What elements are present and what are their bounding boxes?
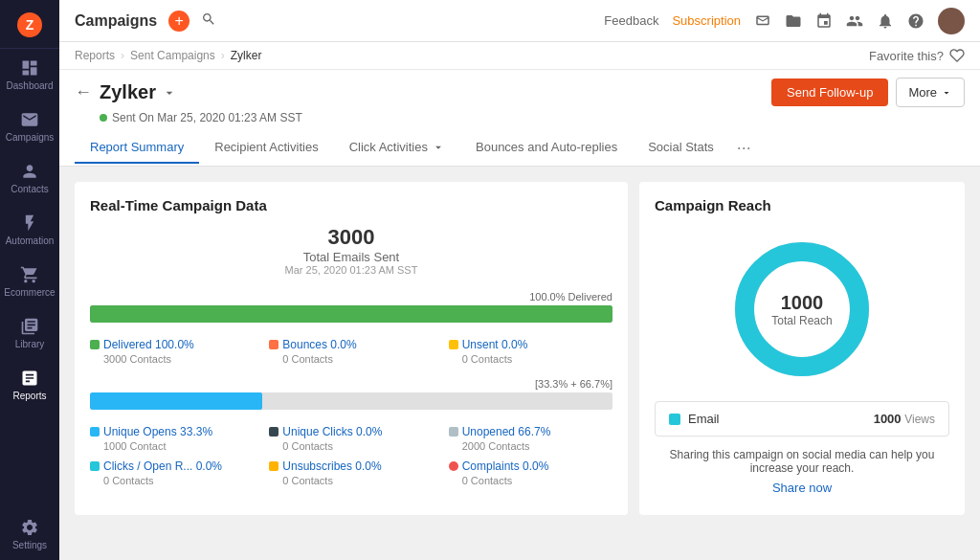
chevron-down-icon[interactable] bbox=[162, 85, 177, 101]
campaign-title: Zylker bbox=[100, 81, 177, 103]
reach-title: Campaign Reach bbox=[655, 197, 949, 213]
tab-social-stats[interactable]: Social Stats bbox=[633, 132, 729, 164]
campaign-actions: Send Follow-up More bbox=[771, 78, 965, 107]
favorite-section: Favorite this? bbox=[869, 48, 965, 63]
sidebar-item-library[interactable]: Library bbox=[0, 307, 59, 359]
reach-panel: Campaign Reach 1000 Total Reach bbox=[639, 182, 965, 515]
complaints-link[interactable]: Complaints 0.0% bbox=[462, 459, 549, 473]
clicks-open-rate-dot bbox=[90, 461, 100, 471]
tab-click-activities[interactable]: Click Activities bbox=[334, 132, 460, 164]
folder-icon[interactable] bbox=[785, 12, 802, 30]
tab-recipient-activities[interactable]: Recipient Activities bbox=[199, 132, 333, 164]
complaints-count: 0 Contacts bbox=[449, 475, 612, 486]
stat-bounces: Bounces 0.0% 0 Contacts bbox=[269, 338, 433, 365]
realtime-panel: Real-Time Campaign Data 3000 Total Email… bbox=[75, 182, 628, 515]
app-title: Campaigns bbox=[75, 12, 157, 30]
sidebar-bottom: Settings bbox=[9, 508, 51, 560]
top-navigation: Campaigns + Feedback Subscription bbox=[59, 0, 980, 42]
stat-unique-clicks: Unique Clicks 0.0% 0 Contacts bbox=[269, 425, 433, 452]
total-emails-number: 3000 bbox=[90, 225, 612, 250]
sidebar-item-ecommerce[interactable]: Ecommerce bbox=[0, 256, 59, 307]
subscription-link[interactable]: Subscription bbox=[672, 13, 741, 28]
app-logo: Z bbox=[0, 0, 59, 49]
sidebar-item-contacts[interactable]: Contacts bbox=[0, 152, 59, 204]
stat-unique-opens: Unique Opens 33.3% 1000 Contact bbox=[90, 425, 254, 452]
stats-grid-bottom: Unique Opens 33.3% 1000 Contact Unique C… bbox=[90, 425, 612, 486]
tab-report-summary[interactable]: Report Summary bbox=[75, 132, 199, 164]
complaints-dot bbox=[449, 461, 458, 471]
topnav-left: Campaigns + bbox=[75, 11, 216, 32]
avatar[interactable] bbox=[938, 8, 965, 34]
unique-opens-link[interactable]: Unique Opens 33.3% bbox=[103, 425, 212, 438]
unique-clicks-link[interactable]: Unique Clicks 0.0% bbox=[282, 425, 382, 438]
heart-icon[interactable] bbox=[949, 48, 965, 63]
stat-unopened: Unopened 66.7% 2000 Contacts bbox=[449, 425, 612, 452]
more-chevron-icon bbox=[941, 87, 952, 99]
more-button[interactable]: More bbox=[896, 78, 965, 107]
sidebar-item-campaigns[interactable]: Campaigns bbox=[0, 101, 59, 152]
breadcrumb: Reports › Sent Campaigns › Zylker bbox=[75, 49, 261, 62]
stats-grid-top: Delivered 100.0% 3000 Contacts Bounces 0… bbox=[90, 338, 612, 365]
delivered-progress-section: 100.0% Delivered bbox=[90, 291, 612, 323]
sidebar-item-automation[interactable]: Automation bbox=[0, 204, 59, 256]
bounces-count: 0 Contacts bbox=[269, 353, 433, 365]
main-panels-row: Real-Time Campaign Data 3000 Total Email… bbox=[75, 182, 965, 515]
unsent-link[interactable]: Unsent 0.0% bbox=[462, 338, 528, 351]
breadcrumb-reports[interactable]: Reports bbox=[75, 49, 115, 62]
sidebar-item-dashboard[interactable]: Dashboard bbox=[0, 49, 59, 101]
help-icon[interactable] bbox=[907, 12, 924, 30]
stat-complaints: Complaints 0.0% 0 Contacts bbox=[449, 459, 612, 486]
unsubscribes-count: 0 Contacts bbox=[269, 475, 433, 486]
tab-bounces-autoreplies[interactable]: Bounces and Auto-replies bbox=[460, 132, 633, 164]
team-icon[interactable] bbox=[846, 12, 863, 30]
delivered-pct-label: 100.0% Delivered bbox=[90, 291, 612, 302]
unsubscribes-link[interactable]: Unsubscribes 0.0% bbox=[282, 459, 381, 473]
delivered-progress-bar bbox=[90, 305, 612, 323]
delivered-link[interactable]: Delivered 100.0% bbox=[103, 338, 194, 351]
search-icon[interactable] bbox=[201, 11, 216, 30]
unique-clicks-dot bbox=[269, 427, 278, 437]
back-button[interactable]: ← bbox=[75, 82, 92, 102]
donut-chart: 1000 Total Reach bbox=[725, 233, 879, 386]
calendar-icon[interactable] bbox=[815, 12, 833, 30]
share-now-link[interactable]: Share now bbox=[655, 481, 949, 495]
reach-legend: Email 1000 Views bbox=[655, 401, 949, 437]
clicks-open-rate-count: 0 Contacts bbox=[90, 475, 254, 486]
legend-channel: Email bbox=[688, 412, 720, 426]
campaign-status: Sent On Mar 25, 2020 01:23 AM SST bbox=[75, 111, 965, 124]
opens-progress-bar bbox=[90, 392, 612, 410]
topnav-right: Feedback Subscription bbox=[604, 8, 965, 34]
unopened-count: 2000 Contacts bbox=[449, 440, 612, 452]
donut-label: 1000 Total Reach bbox=[771, 292, 832, 327]
realtime-title: Real-Time Campaign Data bbox=[90, 197, 612, 213]
bounces-link[interactable]: Bounces 0.0% bbox=[282, 338, 356, 351]
unsent-count: 0 Contacts bbox=[449, 353, 612, 365]
unopened-link[interactable]: Unopened 66.7% bbox=[462, 425, 551, 438]
sidebar-item-reports[interactable]: Reports bbox=[0, 359, 59, 411]
stat-clicks-open-rate: Clicks / Open R... 0.0% 0 Contacts bbox=[90, 459, 254, 486]
breadcrumb-sent-campaigns[interactable]: Sent Campaigns bbox=[130, 49, 215, 62]
click-activities-chevron-icon bbox=[432, 141, 445, 154]
sidebar-item-settings[interactable]: Settings bbox=[9, 508, 51, 560]
tab-more[interactable]: ··· bbox=[729, 130, 759, 166]
stat-unsent: Unsent 0.0% 0 Contacts bbox=[449, 338, 612, 365]
opens-pct-label: [33.3% + 66.7%] bbox=[90, 378, 612, 390]
feedback-link[interactable]: Feedback bbox=[604, 13, 658, 28]
total-emails-label: Total Emails Sent bbox=[90, 250, 612, 264]
clicks-open-rate-link[interactable]: Clicks / Open R... 0.0% bbox=[103, 459, 222, 473]
add-button[interactable]: + bbox=[168, 11, 189, 32]
email-legend-dot bbox=[669, 414, 680, 425]
campaign-header: ← Zylker Send Follow-up More Sent On Mar… bbox=[59, 70, 980, 167]
email-total: 3000 Total Emails Sent Mar 25, 2020 01:2… bbox=[90, 225, 612, 276]
bell-icon[interactable] bbox=[877, 12, 894, 30]
campaign-title-row: ← Zylker Send Follow-up More bbox=[75, 78, 965, 107]
send-followup-button[interactable]: Send Follow-up bbox=[771, 78, 888, 106]
donut-text: Total Reach bbox=[771, 314, 832, 327]
messages-icon[interactable] bbox=[754, 12, 771, 30]
breadcrumb-bar: Reports › Sent Campaigns › Zylker Favori… bbox=[59, 42, 980, 70]
donut-number: 1000 bbox=[771, 292, 832, 314]
donut-section: 1000 Total Reach bbox=[655, 233, 949, 386]
bounces-dot bbox=[269, 340, 278, 349]
unsubscribes-dot bbox=[269, 461, 278, 471]
share-text: Sharing this campaign on social media ca… bbox=[655, 448, 949, 475]
